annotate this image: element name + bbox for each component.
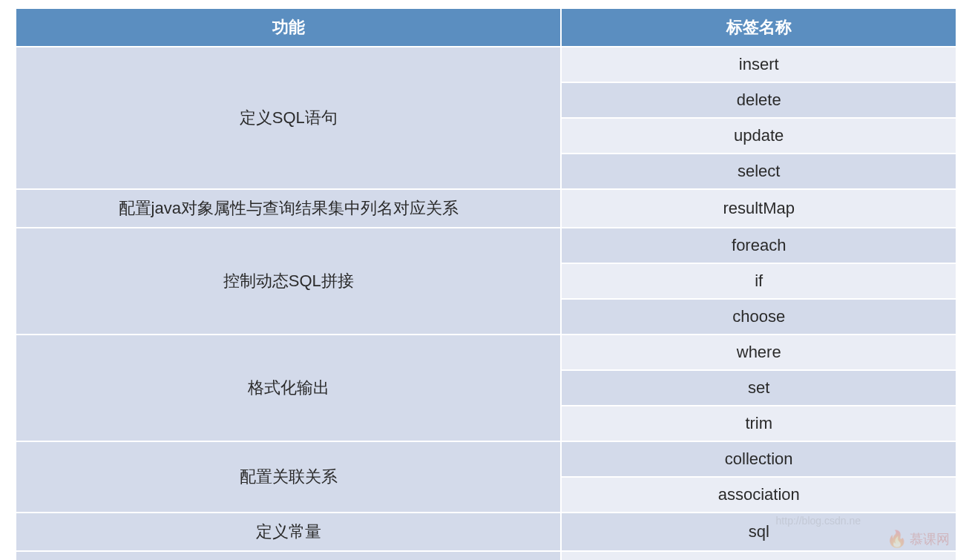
tag-cell: resultMap: [561, 189, 956, 228]
table-row: 配置java对象属性与查询结果集中列名对应关系resultMap: [16, 189, 956, 228]
tag-cell: insert: [561, 47, 956, 82]
tag-cell: foreach: [561, 228, 956, 263]
function-cell: 定义常量: [16, 513, 561, 551]
table-row: 定义SQL语句insert: [16, 47, 956, 82]
tag-cell: collection: [561, 441, 956, 477]
tag-reference-table: 功能 标签名称 定义SQL语句insertdeleteupdateselect配…: [15, 7, 957, 560]
table-row: 定义常量sql: [16, 513, 956, 551]
tag-cell: association: [561, 477, 956, 513]
table-row: 配置关联关系collection: [16, 441, 956, 477]
tag-cell: delete: [561, 82, 956, 118]
header-function: 功能: [16, 8, 561, 47]
tag-cell: if: [561, 263, 956, 299]
table-row: 引用常量include: [16, 551, 956, 560]
function-cell: 格式化输出: [16, 335, 561, 441]
tag-cell: set: [561, 370, 956, 406]
table-header-row: 功能 标签名称: [16, 8, 956, 47]
function-cell: 控制动态SQL拼接: [16, 228, 561, 335]
header-tag-name: 标签名称: [561, 8, 956, 47]
tag-cell: trim: [561, 406, 956, 441]
tag-cell: update: [561, 118, 956, 154]
function-cell: 定义SQL语句: [16, 47, 561, 189]
tag-cell: include: [561, 551, 956, 560]
function-cell: 配置java对象属性与查询结果集中列名对应关系: [16, 189, 561, 228]
table-body: 定义SQL语句insertdeleteupdateselect配置java对象属…: [16, 47, 956, 560]
function-cell: 引用常量: [16, 551, 561, 560]
tag-cell: sql: [561, 513, 956, 551]
tag-cell: select: [561, 154, 956, 189]
tag-cell: choose: [561, 299, 956, 335]
table-row: 格式化输出where: [16, 335, 956, 370]
table-row: 控制动态SQL拼接foreach: [16, 228, 956, 263]
function-cell: 配置关联关系: [16, 441, 561, 513]
tag-cell: where: [561, 335, 956, 370]
